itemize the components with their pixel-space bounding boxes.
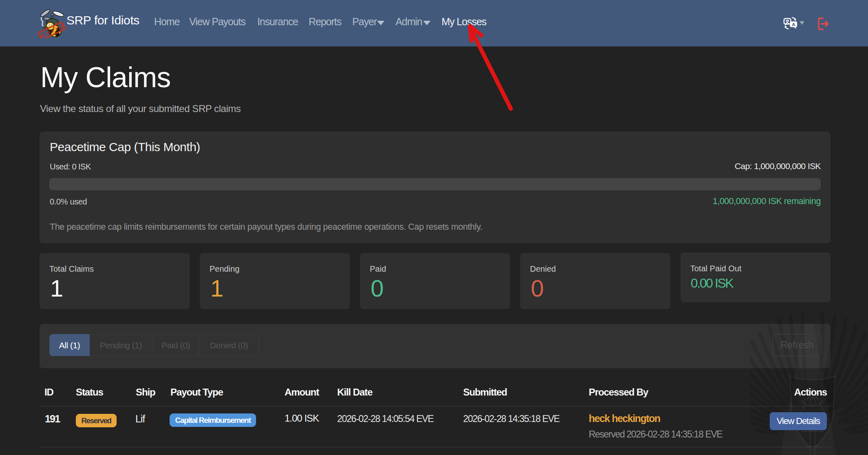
svg-text:A: A bbox=[792, 22, 795, 27]
